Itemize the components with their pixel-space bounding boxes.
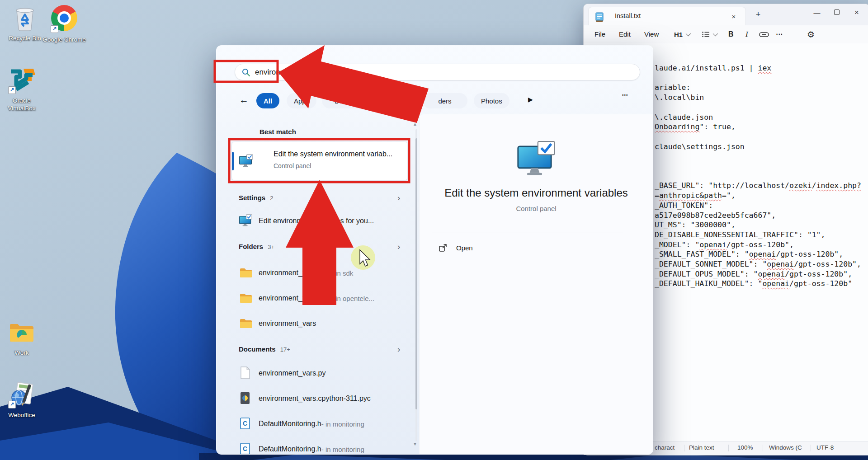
overflow-menu-icon[interactable]: ••• [622, 93, 628, 98]
scrollbar-thumb[interactable] [415, 138, 417, 409]
text-caret [311, 68, 311, 76]
tab-documents[interactable]: Documen [322, 93, 376, 108]
desktop-icon-label: Weboffice [0, 411, 43, 419]
folder-result[interactable]: environment_variables - in opentele... [217, 286, 415, 311]
folder-result[interactable]: environment_variables - in sdk [217, 260, 415, 286]
scrollbar-down-icon[interactable]: ▼ [413, 441, 417, 446]
folder-result[interactable]: environment_vars [217, 311, 415, 336]
notepad-tab-title: Install.txt [615, 12, 641, 19]
c-header-file-icon: C [239, 417, 253, 431]
list-dropdown[interactable] [702, 25, 717, 43]
status-format: Plain text [689, 444, 714, 451]
close-button[interactable]: × [847, 6, 867, 20]
menu-file[interactable]: File [592, 25, 608, 43]
chevron-right-icon[interactable]: › [397, 344, 400, 354]
chevron-down-icon [713, 31, 718, 36]
settings-gear-icon[interactable]: ⚙ [807, 25, 815, 43]
section-folders: Folders3+ [239, 243, 274, 250]
desktop-icon-work-folder[interactable]: Work [0, 318, 43, 357]
search-input[interactable]: environment var [235, 64, 640, 80]
open-external-icon [439, 244, 447, 252]
result-location: - in monitoring [321, 446, 364, 453]
tab-photos[interactable]: Photos [474, 93, 509, 108]
preview-subtitle: Control panel [420, 205, 653, 212]
more-options-button[interactable]: ••• [776, 25, 783, 43]
virtualbox-icon: ↗ [7, 66, 36, 95]
notepad-titlebar[interactable]: Install.txt × + — × [584, 4, 868, 25]
desktop-icon-label: Google Chrome [42, 36, 86, 43]
link-icon [759, 32, 769, 38]
tab-apps[interactable]: Apps [287, 93, 316, 108]
notepad-tab-install-txt[interactable]: Install.txt × [588, 7, 746, 26]
tab-close-icon[interactable]: × [728, 11, 740, 22]
italic-button[interactable]: I [745, 25, 748, 43]
folder-icon [239, 291, 253, 305]
preview-title: Edit the system environment variables [420, 187, 653, 199]
best-match-result[interactable]: Edit the system environment variab... Co… [232, 142, 407, 180]
shortcut-arrow-icon: ↗ [8, 401, 16, 408]
shortcut-arrow-icon: ↗ [8, 86, 16, 94]
bold-button[interactable]: B [728, 25, 734, 43]
result-location: - in opentele... [331, 295, 374, 302]
back-arrow-icon[interactable]: ← [239, 94, 249, 105]
system-properties-icon-large [517, 141, 557, 177]
best-match-title: Edit the system environment variab... [274, 150, 392, 158]
work-folder-icon [7, 318, 36, 347]
document-result[interactable]: C DefaultMonitoring.h - in monitoring [217, 437, 415, 455]
result-name: DefaultMonitoring.h [259, 420, 321, 428]
weboffice-icon: ↗ [7, 380, 36, 409]
divider [432, 233, 623, 233]
status-line-ending[interactable]: Windows (C [769, 444, 808, 451]
section-documents: Documents17+ [239, 345, 290, 353]
svg-text:C: C [243, 445, 247, 452]
tab-all[interactable]: All [256, 93, 279, 108]
bulleted-list-icon [702, 31, 710, 38]
desktop-icon-google-chrome[interactable]: ↗ Google Chrome [42, 4, 86, 43]
settings-result[interactable]: Edit environment variables for you... [239, 214, 374, 228]
section-best-match: Best match [259, 128, 296, 136]
chrome-icon: ↗ [50, 5, 79, 34]
desktop-icon-weboffice[interactable]: ↗ Weboffice [0, 380, 43, 419]
document-result[interactable]: C environment_vars.cpython-311.pyc [217, 386, 415, 411]
chevron-right-icon[interactable]: › [397, 193, 400, 203]
status-encoding[interactable]: UTF-8 [816, 444, 834, 451]
text-file-icon [239, 366, 253, 380]
result-name: environment_variables [259, 294, 331, 302]
result-name: environment_vars.cpython-311.pyc [259, 394, 371, 403]
result-name: environment_vars [259, 319, 316, 328]
menu-edit[interactable]: Edit [616, 25, 633, 43]
recycle-bin-icon [10, 4, 39, 33]
desktop-icon-label: Recycle Bin [3, 34, 47, 42]
search-icon [242, 68, 250, 77]
search-query-text: environment var [255, 68, 310, 76]
scrollbar-up-icon[interactable]: ▲ [413, 122, 417, 127]
folders-count: 3+ [268, 244, 274, 250]
status-zoom-level[interactable]: 100% [737, 444, 753, 451]
open-action[interactable]: Open [439, 244, 473, 252]
open-label: Open [456, 244, 473, 252]
new-tab-button[interactable]: + [752, 9, 764, 20]
minimize-button[interactable]: — [807, 6, 827, 20]
maximize-button[interactable] [827, 6, 847, 20]
result-name: environment_variables [259, 269, 331, 277]
desktop-icon-label: Work [0, 349, 43, 357]
result-preview-pane: Edit the system environment variables Co… [419, 114, 653, 454]
heading-style-dropdown[interactable]: H1 [674, 25, 689, 43]
tab-folders[interactable]: ders [422, 93, 467, 108]
desktop-icon-label: Oracle VirtualBox [0, 97, 43, 112]
menu-view[interactable]: View [642, 25, 661, 43]
svg-text:C: C [243, 420, 247, 427]
desktop-icon-oracle-virtualbox[interactable]: ↗ Oracle VirtualBox [0, 66, 43, 112]
chevron-right-icon[interactable]: › [397, 242, 400, 252]
link-button[interactable] [759, 25, 769, 43]
result-location: - in sdk [331, 269, 353, 277]
documents-result-list: C environment_vars.py [217, 361, 415, 455]
system-properties-icon [239, 214, 253, 228]
more-tabs-icon[interactable]: ▶ [528, 96, 533, 103]
notepad-toolbar: File Edit View H1 B I ••• ⚙ [584, 25, 868, 44]
result-name: DefaultMonitoring.h [259, 445, 321, 453]
document-result[interactable]: C environment_vars.py [217, 361, 415, 386]
desktop-icon-recycle-bin[interactable]: Recycle Bin [3, 4, 47, 42]
document-result[interactable]: C DefaultMonitoring.h - in monitoring [217, 411, 415, 437]
result-location: - in monitoring [321, 420, 364, 428]
